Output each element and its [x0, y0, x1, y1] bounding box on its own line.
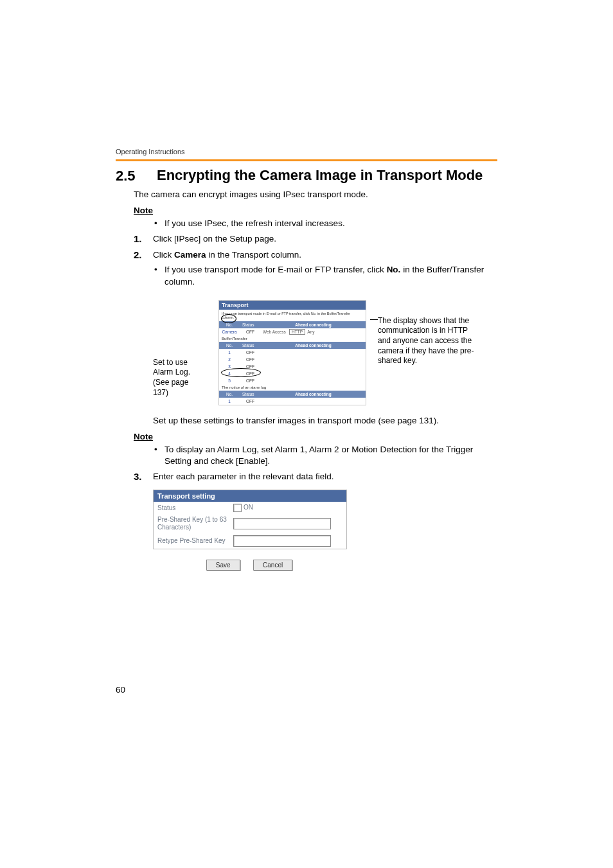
note1-bullet: If you use IPsec, the refresh interval i… [164, 218, 497, 229]
cell-status: OFF [240, 370, 261, 377]
status-label: Status [157, 504, 233, 512]
step1-text: Click [IPsec] on the Setup page. [153, 233, 276, 245]
buffer-transfer-table: No. Status Ahead connecting 1OFF 2OFF 3O… [219, 342, 366, 384]
table-row: 2OFF [219, 356, 366, 363]
step2-num: 2. [134, 249, 153, 261]
figure-left-callout: Set to use Alarm Log. (See page 137) [153, 358, 204, 398]
intro-text: The camera can encrypt images using IPse… [134, 190, 497, 199]
alarm-log-table: No. Status Ahead connecting 1OFF [219, 391, 366, 405]
section-title: Encrypting the Camera Image in Transport… [157, 168, 483, 184]
running-head: Operating Instructions [116, 148, 497, 155]
retype-psk-input[interactable] [233, 535, 331, 547]
step2-bullet-bold: No. [387, 265, 401, 274]
status-checkbox[interactable] [233, 504, 242, 512]
th-no: No. [219, 391, 240, 398]
cell-no-link[interactable]: 1 [219, 398, 240, 405]
cell-status: OFF [240, 328, 261, 335]
cell-http: HTTP [289, 329, 305, 335]
section-number: 2.5 [116, 168, 157, 184]
th-status: Status [240, 391, 261, 398]
cell-detail: Web Access HTTP Any [261, 328, 366, 335]
cell-no-link[interactable]: 5 [219, 377, 240, 384]
transport-setting-title: Transport setting [154, 490, 346, 502]
th-no: No. [219, 321, 240, 328]
transport-camera-table: No. Status Ahead connecting Camera OFF W… [219, 321, 366, 335]
retype-psk-label: Retype Pre-Shared Key [157, 537, 233, 545]
figure-zone: Set to use Alarm Log. (See page 137) The… [116, 300, 497, 409]
save-button[interactable]: Save [206, 560, 240, 571]
cell-no-link[interactable]: 3 [219, 363, 240, 370]
callout-connector [370, 319, 378, 320]
psk-input[interactable] [233, 518, 331, 529]
step3-num: 3. [134, 471, 153, 483]
table-row: 1OFF [219, 398, 366, 405]
step2-pre: Click [153, 250, 174, 260]
step2-bullet-pre: If you use transport mode for E-mail or … [164, 265, 387, 274]
note-label-2: Note [134, 432, 497, 441]
th-no: No. [219, 342, 240, 349]
th-ahead: Ahead connecting [261, 391, 366, 398]
cell-webaccess: Web Access [263, 330, 286, 334]
table-row: 3OFF [219, 363, 366, 370]
table-row: 5OFF [219, 377, 366, 384]
setup-line: Set up these settings to transfer images… [153, 416, 497, 425]
th-ahead: Ahead connecting [261, 342, 366, 349]
th-status: Status [240, 321, 261, 328]
figure-right-callout: The display shows that the communication… [378, 316, 481, 366]
cell-status: OFF [240, 377, 261, 384]
cell-no-link[interactable]: 4 [219, 370, 240, 377]
header-rule [116, 159, 497, 161]
cancel-button[interactable]: Cancel [253, 560, 292, 571]
transport-panel-note: If you use transport mode in E-mail or F… [219, 310, 366, 321]
note-label-1: Note [134, 206, 497, 215]
transport-panel: Transport If you use transport mode in E… [218, 300, 366, 405]
table-row: 4OFF [219, 370, 366, 377]
buffer-transfer-label: Buffer/Transfer [219, 335, 366, 342]
cell-status: OFF [240, 363, 261, 370]
step1-num: 1. [134, 233, 153, 245]
cell-status: OFF [240, 356, 261, 363]
th-ahead: Ahead connecting [261, 321, 366, 328]
cell-no-link[interactable]: 1 [219, 349, 240, 356]
status-on-text: ON [244, 504, 253, 511]
cell-no-link[interactable]: 2 [219, 356, 240, 363]
alarm-log-label: The notice of an alarm log [219, 384, 366, 391]
step2-bold: Camera [174, 250, 206, 260]
step2-bullet: If you use transport mode for E-mail or … [164, 264, 497, 288]
cell-camera-link[interactable]: Camera [219, 328, 240, 335]
psk-label: Pre-Shared Key (1 to 63 Characters) [157, 516, 233, 531]
th-status: Status [240, 342, 261, 349]
step2-post: in the Transport column. [206, 250, 302, 260]
page-number: 60 [116, 685, 125, 695]
transport-panel-title: Transport [219, 301, 366, 310]
table-row: Camera OFF Web Access HTTP Any [219, 328, 366, 335]
cell-status: OFF [240, 398, 261, 405]
step3-text: Enter each parameter in the relevant dat… [153, 471, 333, 483]
cell-any: Any [307, 330, 314, 334]
note2-bullet: To display an Alarm Log, set Alarm 1, Al… [164, 444, 497, 467]
transport-setting-panel: Transport setting Status ON Pre-Shared K… [153, 490, 347, 549]
table-row: 1OFF [219, 349, 366, 356]
step2-text: Click Camera in the Transport column. [153, 249, 301, 261]
cell-status: OFF [240, 349, 261, 356]
